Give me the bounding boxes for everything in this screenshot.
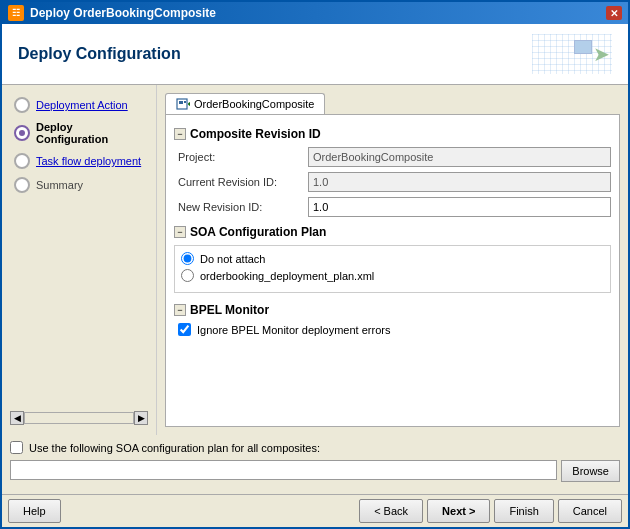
tab-orderbookingcomposite[interactable]: OrderBookingComposite	[165, 93, 325, 114]
tab-label: OrderBookingComposite	[194, 98, 314, 110]
title-bar: ☷ Deploy OrderBookingComposite ✕	[2, 2, 628, 24]
radio-do-not-attach-row: Do not attach	[181, 252, 604, 265]
soa-for-all-checkbox[interactable]	[10, 441, 23, 454]
bpel-monitor-header: − BPEL Monitor	[174, 303, 611, 317]
help-button[interactable]: Help	[8, 499, 61, 523]
scroll-left-btn[interactable]: ◀	[10, 411, 24, 425]
collapse-bpel-btn[interactable]: −	[174, 304, 186, 316]
form-area: − Composite Revision ID Project: Current…	[165, 114, 620, 427]
finish-button[interactable]: Finish	[494, 499, 553, 523]
window-icon: ☷	[8, 5, 24, 21]
radio-deployment-plan-row: orderbooking_deployment_plan.xml	[181, 269, 604, 282]
composite-revision-title: Composite Revision ID	[190, 127, 321, 141]
sidebar-scrollbar[interactable]	[24, 412, 134, 424]
new-revision-label: New Revision ID:	[178, 201, 308, 213]
soa-plan-box: Do not attach orderbooking_deployment_pl…	[174, 245, 611, 293]
new-revision-row: New Revision ID:	[174, 197, 611, 217]
page-title: Deploy Configuration	[18, 45, 181, 63]
header: Deploy Configuration ➤	[2, 24, 628, 85]
tab-icon	[176, 97, 190, 111]
project-input	[308, 147, 611, 167]
browse-button[interactable]: Browse	[561, 460, 620, 482]
ignore-errors-label: Ignore BPEL Monitor deployment errors	[197, 324, 390, 336]
svg-rect-2	[184, 101, 186, 103]
collapse-composite-btn[interactable]: −	[174, 128, 186, 140]
current-revision-input	[308, 172, 611, 192]
soa-config-path-input[interactable]	[10, 460, 557, 480]
sidebar-scroll-area: ◀ ▶	[10, 403, 148, 425]
sidebar: Deployment Action Deploy Configuration T…	[2, 85, 157, 435]
bottom-area: Use the following SOA configuration plan…	[2, 435, 628, 494]
next-button[interactable]: Next >	[427, 499, 490, 523]
main-content: Deployment Action Deploy Configuration T…	[2, 85, 628, 435]
back-button[interactable]: < Back	[359, 499, 423, 523]
sidebar-item-task-flow-deployment[interactable]: Task flow deployment	[10, 151, 148, 171]
radio-do-not-attach[interactable]	[181, 252, 194, 265]
current-revision-label: Current Revision ID:	[178, 176, 308, 188]
close-button[interactable]: ✕	[606, 6, 622, 20]
header-decoration: ➤	[532, 34, 612, 74]
bpel-monitor-title: BPEL Monitor	[190, 303, 269, 317]
step-icon-deployment-action	[14, 97, 30, 113]
button-bar-right: < Back Next > Finish Cancel	[359, 499, 622, 523]
sidebar-item-deploy-configuration: Deploy Configuration	[10, 119, 148, 147]
current-revision-row: Current Revision ID:	[174, 172, 611, 192]
sidebar-item-deployment-action[interactable]: Deployment Action	[10, 95, 148, 115]
soa-config-header: − SOA Configuration Plan	[174, 225, 611, 239]
soa-for-all-row: Use the following SOA configuration plan…	[10, 441, 620, 454]
soa-input-row: Browse	[10, 460, 620, 482]
collapse-soa-btn[interactable]: −	[174, 226, 186, 238]
step-icon-summary	[14, 177, 30, 193]
sidebar-label-deploy-configuration: Deploy Configuration	[36, 121, 144, 145]
sidebar-label-deployment-action[interactable]: Deployment Action	[36, 99, 128, 111]
button-bar: Help < Back Next > Finish Cancel	[2, 494, 628, 527]
project-row: Project:	[174, 147, 611, 167]
ignore-errors-checkbox[interactable]	[178, 323, 191, 336]
main-window: ☷ Deploy OrderBookingComposite ✕ Deploy …	[0, 0, 630, 529]
soa-for-all-label: Use the following SOA configuration plan…	[29, 442, 320, 454]
tab-bar: OrderBookingComposite	[165, 93, 620, 114]
ignore-errors-row: Ignore BPEL Monitor deployment errors	[174, 323, 611, 336]
radio-do-not-attach-label: Do not attach	[200, 253, 265, 265]
right-panel: OrderBookingComposite − Composite Revisi…	[157, 85, 628, 435]
composite-revision-header: − Composite Revision ID	[174, 127, 611, 141]
step-icon-deploy-configuration	[14, 125, 30, 141]
new-revision-input[interactable]	[308, 197, 611, 217]
soa-config-title: SOA Configuration Plan	[190, 225, 326, 239]
project-label: Project:	[178, 151, 308, 163]
step-icon-task-flow	[14, 153, 30, 169]
svg-rect-1	[179, 101, 183, 104]
radio-deployment-plan-label: orderbooking_deployment_plan.xml	[200, 270, 374, 282]
scroll-right-btn[interactable]: ▶	[134, 411, 148, 425]
sidebar-label-summary: Summary	[36, 179, 83, 191]
radio-deployment-plan[interactable]	[181, 269, 194, 282]
button-bar-left: Help	[8, 499, 61, 523]
window-title: Deploy OrderBookingComposite	[30, 6, 216, 20]
sidebar-label-task-flow[interactable]: Task flow deployment	[36, 155, 141, 167]
sidebar-item-summary: Summary	[10, 175, 148, 195]
cancel-button[interactable]: Cancel	[558, 499, 622, 523]
